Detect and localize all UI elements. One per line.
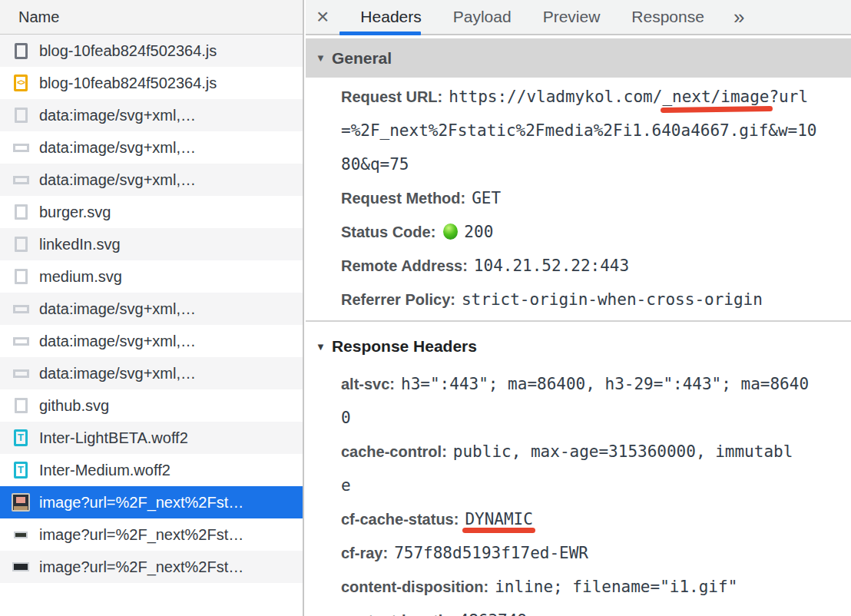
collapse-triangle-icon: ▼ [316,341,326,353]
header-value: GET [472,189,501,207]
request-name: Inter-LightBETA.woff2 [39,429,188,447]
request-name: data:image/svg+xml,… [39,139,196,157]
request-row[interactable]: image?url=%2F_next%2Fst… [0,551,303,583]
header-value: h3=":443"; ma=86400, h3-29=":443"; ma=86… [341,375,809,427]
header-row-content-length: content-length:4863749 [341,604,845,616]
header-row-cf-ray: cf-ray:757f88d5193f17ed-EWR [341,537,845,571]
request-name: data:image/svg+xml,… [39,300,196,318]
header-row-referrer-policy: Referrer Policy:strict-origin-when-cross… [341,283,845,317]
request-name: linkedIn.svg [39,236,121,253]
image-wide-icon [10,169,31,190]
general-section-body: Request URL:https://vladmykol.com/_next/… [306,78,851,320]
request-name: medium.svg [39,268,122,286]
header-name: content-disposition: [341,578,488,595]
header-row-alt-svc: alt-svc:h3=":443"; ma=86400, h3-29=":443… [341,368,813,436]
header-value: strict-origin-when-cross-origin [462,290,763,309]
header-row-status-code: Status Code:200 [341,216,845,250]
header-row-cache-control: cache-control:public, max-age=315360000,… [341,436,800,503]
image-thumbnail-icon [10,492,31,513]
request-row[interactable]: data:image/svg+xml,… [0,325,303,357]
header-row-request-url: Request URL:https://vladmykol.com/_next/… [341,81,818,182]
request-row[interactable]: medium.svg [0,260,303,293]
request-row[interactable]: github.svg [0,389,303,422]
header-value: 757f88d5193f17ed-EWR [394,544,588,562]
request-row[interactable]: data:image/svg+xml,… [0,99,303,131]
header-name: cf-ray: [341,545,388,561]
request-name: image?url=%2F_next%2Fst… [39,494,243,512]
tab-preview[interactable]: Preview [543,8,601,26]
request-row[interactable]: data:image/svg+xml,… [0,293,303,325]
more-tabs-chevron-icon[interactable]: » [733,5,744,29]
collapse-triangle-icon: ▼ [316,52,326,64]
font-icon: T [10,459,31,481]
image-dark-wide-icon [10,556,31,578]
header-row-remote-address: Remote Address:104.21.52.22:443 [341,250,845,283]
request-row[interactable]: blog-10feab824f502364.js [0,35,303,67]
request-name: image?url=%2F_next%2Fst… [39,526,243,544]
request-name: burger.svg [39,204,111,221]
request-row[interactable]: linkedIn.svg [0,228,303,260]
header-value: 200 [464,223,493,241]
request-row[interactable]: data:image/svg+xml,… [0,131,303,164]
request-name: data:image/svg+xml,… [39,333,196,350]
header-row-content-disposition: content-disposition:inline; filename="i1… [341,571,845,604]
general-section-header[interactable]: ▼ General [306,38,851,78]
header-row-cf-cache-status: cf-cache-status:DYNAMIC [341,503,845,537]
request-row-selected[interactable]: image?url=%2F_next%2Fst… [0,486,303,518]
image-square-icon [10,104,31,126]
tab-response[interactable]: Response [631,8,704,26]
response-headers-section-body: alt-svc:h3=":443"; ma=86400, h3-29=":443… [306,363,851,616]
document-gray-icon [10,40,31,61]
request-name: blog-10feab824f502364.js [39,75,217,92]
request-name: data:image/svg+xml,… [39,171,196,189]
status-green-dot-icon [443,224,458,240]
request-row[interactable]: data:image/svg+xml,… [0,357,303,389]
request-name: image?url=%2F_next%2Fst… [39,558,243,576]
request-name: blog-10feab824f502364.js [39,42,217,60]
tab-payload[interactable]: Payload [453,8,512,26]
header-value: inline; filename="i1.gif" [495,578,737,596]
response-headers-section-header[interactable]: ▼ Response Headers [306,322,851,363]
request-name: data:image/svg+xml,… [39,365,196,383]
request-row[interactable]: burger.svg [0,196,303,228]
network-request-list-panel: Name blog-10feab824f502364.js <> blog-10… [0,0,304,616]
header-value: 104.21.52.22:443 [474,257,629,275]
image-wide-icon [10,298,31,320]
request-row[interactable]: T Inter-LightBETA.woff2 [0,422,303,454]
image-wide-icon [10,363,31,384]
request-name: github.svg [39,397,109,415]
image-wide-icon [10,330,31,352]
image-square-icon [10,233,31,255]
header-value: 4863749 [459,611,528,616]
general-section-title: General [332,49,392,68]
image-square-icon [10,201,31,223]
header-name: cf-cache-status: [341,511,459,528]
name-column-label: Name [18,8,59,26]
request-name: data:image/svg+xml,… [39,107,196,124]
response-headers-section-title: Response Headers [332,337,477,356]
request-details-panel: × Headers Payload Preview Response » ▼ G… [306,0,851,616]
header-name: Status Code: [341,224,435,240]
name-column-header[interactable]: Name [0,0,303,35]
header-name: content-length: [341,612,453,616]
image-wide-icon [10,137,31,158]
header-row-request-method: Request Method:GET [341,182,845,216]
header-name: Referrer Policy: [341,291,455,308]
request-row[interactable]: T Inter-Medium.woff2 [0,454,303,486]
request-row[interactable]: data:image/svg+xml,… [0,164,303,196]
header-name: Remote Address: [341,257,468,274]
request-row[interactable]: <> blog-10feab824f502364.js [0,67,303,99]
tab-headers[interactable]: Headers [360,8,421,26]
image-dark-wide-icon [10,524,31,545]
details-tab-bar: × Headers Payload Preview Response » [306,0,851,35]
request-name: Inter-Medium.woff2 [39,462,171,479]
header-value: https://vladmykol.com/ [449,88,662,106]
header-name: Request URL: [341,88,442,105]
request-row[interactable]: image?url=%2F_next%2Fst… [0,518,303,551]
font-icon: T [10,427,31,449]
request-rows: blog-10feab824f502364.js <> blog-10feab8… [0,35,303,583]
script-yellow-icon: <> [10,72,31,94]
close-icon[interactable]: × [316,6,329,28]
header-value-red-underlined: _next/image [662,88,769,106]
image-square-icon [10,266,31,287]
